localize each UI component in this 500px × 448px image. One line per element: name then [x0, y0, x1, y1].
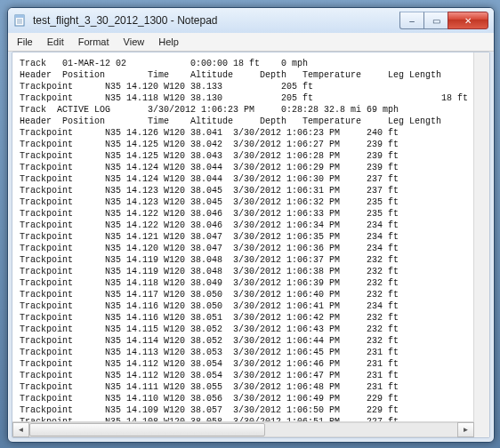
text-line: Track 01-MAR-12 02 0:00:00 18 ft 0 mph — [20, 58, 482, 69]
text-line: Trackpoint N35 14.110 W120 38.056 3/30/2… — [20, 393, 482, 404]
menu-view[interactable]: View — [117, 35, 152, 49]
text-line: Trackpoint N35 14.126 W120 38.041 3/30/2… — [20, 127, 482, 139]
text-line: Trackpoint N35 14.116 W120 38.050 3/30/2… — [20, 300, 482, 312]
menu-format[interactable]: Format — [71, 35, 117, 49]
window-title: test_flight_3_30_2012_1300 - Notepad — [33, 14, 400, 27]
text-area[interactable]: Track 01-MAR-12 02 0:00:00 18 ft 0 mphHe… — [12, 52, 489, 422]
menu-file[interactable]: File — [10, 35, 40, 49]
text-line: Trackpoint N35 14.125 W120 38.043 3/30/2… — [20, 150, 482, 162]
text-line: Trackpoint N35 14.121 W120 38.047 3/30/2… — [20, 231, 482, 243]
text-line: Header Position Time Altitude Depth Temp… — [20, 116, 482, 127]
menu-help[interactable]: Help — [151, 35, 186, 49]
text-line: Trackpoint N35 14.124 W120 38.044 3/30/2… — [20, 162, 482, 173]
svg-rect-1 — [15, 15, 24, 18]
text-line: Trackpoint N35 14.118 W120 38.049 3/30/2… — [20, 277, 482, 289]
text-line: Trackpoint N35 14.122 W120 38.046 3/30/2… — [20, 220, 482, 231]
notepad-icon — [13, 13, 28, 28]
text-line: Header Position Time Altitude Depth Temp… — [20, 69, 482, 81]
text-line: Trackpoint N35 14.116 W120 38.051 3/30/2… — [20, 312, 482, 324]
text-line: Track ACTIVE LOG 3/30/2012 1:06:23 PM 0:… — [20, 104, 482, 116]
text-line: Trackpoint N35 14.119 W120 38.048 3/30/2… — [20, 266, 482, 277]
text-line: Trackpoint N35 14.122 W120 38.046 3/30/2… — [20, 208, 482, 220]
text-line: Trackpoint N35 14.125 W120 38.042 3/30/2… — [20, 139, 482, 150]
text-line: Trackpoint N35 14.124 W120 38.044 3/30/2… — [20, 173, 482, 185]
text-line: Trackpoint N35 14.118 W120 38.130 205 ft… — [20, 92, 482, 104]
client-area: Track 01-MAR-12 02 0:00:00 18 ft 0 mphHe… — [12, 52, 490, 438]
text-line: Trackpoint N35 14.120 W120 38.133 205 ft — [20, 81, 482, 92]
close-button[interactable]: ✕ — [448, 12, 488, 29]
scroll-right-button[interactable]: ► — [457, 422, 474, 437]
text-line: Trackpoint N35 14.111 W120 38.055 3/30/2… — [20, 381, 482, 393]
text-line: Trackpoint N35 14.112 W120 38.054 3/30/2… — [20, 370, 482, 381]
minimize-button[interactable]: – — [399, 12, 424, 29]
text-line: Trackpoint N35 14.119 W120 38.048 3/30/2… — [20, 254, 482, 266]
horizontal-scrollbar[interactable]: ◄ ► — [12, 421, 474, 437]
text-line: Trackpoint N35 14.123 W120 38.045 3/30/2… — [20, 185, 482, 196]
scroll-track[interactable] — [29, 422, 457, 437]
text-line: Trackpoint N35 14.120 W120 38.047 3/30/2… — [20, 243, 482, 254]
text-line: Trackpoint N35 14.112 W120 38.054 3/30/2… — [20, 358, 482, 370]
menu-bar: File Edit Format View Help — [8, 33, 494, 52]
text-line: Trackpoint N35 14.117 W120 38.050 3/30/2… — [20, 289, 482, 300]
notepad-window: test_flight_3_30_2012_1300 - Notepad – ▭… — [7, 7, 495, 443]
size-grip[interactable] — [474, 422, 489, 437]
titlebar[interactable]: test_flight_3_30_2012_1300 - Notepad – ▭… — [8, 8, 494, 33]
vertical-scrollbar[interactable] — [473, 52, 489, 437]
text-line: Trackpoint N35 14.123 W120 38.045 3/30/2… — [20, 196, 482, 208]
menu-edit[interactable]: Edit — [40, 35, 71, 49]
text-line: Trackpoint N35 14.109 W120 38.057 3/30/2… — [20, 404, 482, 416]
scroll-thumb[interactable] — [29, 423, 265, 436]
maximize-button[interactable]: ▭ — [423, 12, 448, 29]
text-line: Trackpoint N35 14.115 W120 38.052 3/30/2… — [20, 324, 482, 335]
text-line: Trackpoint N35 14.114 W120 38.052 3/30/2… — [20, 335, 482, 347]
text-line: Trackpoint N35 14.113 W120 38.053 3/30/2… — [20, 347, 482, 358]
scroll-left-button[interactable]: ◄ — [12, 422, 29, 437]
